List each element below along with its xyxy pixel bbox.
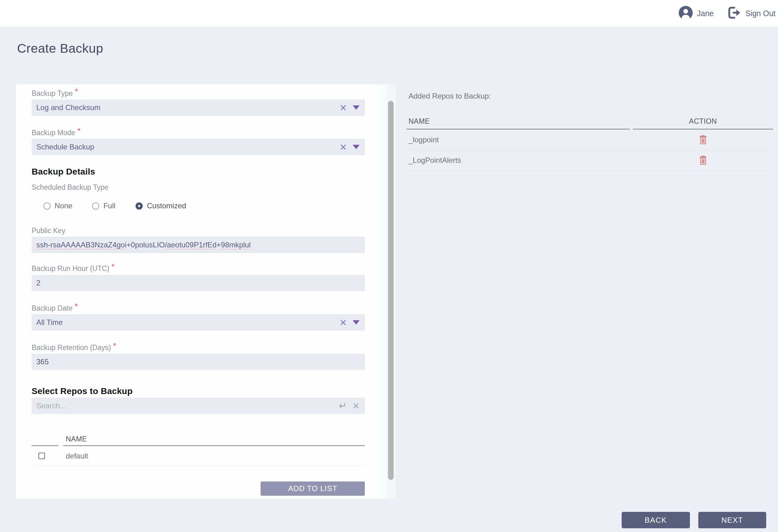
public-key-segment: aeotu09P1rfEd bbox=[167, 241, 217, 249]
top-header-bar: Jane Sign Out bbox=[0, 0, 778, 27]
repo-checkbox[interactable] bbox=[38, 453, 45, 459]
page-title: Create Backup bbox=[17, 41, 103, 56]
added-repo-name: _logpoint bbox=[406, 136, 630, 144]
backup-date-value: All Time bbox=[36, 318, 63, 327]
backup-mode-dropdown[interactable]: Schedule Backup × bbox=[32, 139, 365, 155]
public-key-segment: +0polusLIO/ bbox=[127, 241, 167, 249]
required-asterisk: * bbox=[78, 126, 81, 135]
radio-label: None bbox=[55, 201, 72, 210]
backup-type-label: Backup Type* bbox=[32, 89, 365, 98]
repo-name: default bbox=[63, 452, 365, 460]
select-repos-heading: Select Repos to Backup bbox=[32, 386, 365, 396]
backup-type-dropdown[interactable]: Log and Checksum × bbox=[32, 99, 365, 116]
required-asterisk: * bbox=[112, 262, 115, 271]
panel-gap bbox=[380, 84, 387, 499]
added-repo-action-cell bbox=[633, 156, 773, 165]
backup-retention-input[interactable] bbox=[36, 357, 360, 366]
select-repos-table-header: NAME bbox=[32, 435, 365, 446]
chevron-down-icon[interactable] bbox=[353, 145, 360, 149]
backup-retention-field bbox=[32, 354, 365, 370]
user-name: Jane bbox=[697, 9, 714, 18]
backup-date-dropdown[interactable]: All Time × bbox=[32, 315, 365, 331]
backup-retention-label: Backup Retention (Days)* bbox=[32, 343, 365, 352]
enter-arrow-icon[interactable]: ↵ bbox=[339, 401, 346, 411]
radio-icon bbox=[92, 202, 99, 209]
backup-mode-value: Schedule Backup bbox=[36, 143, 94, 151]
trash-icon[interactable] bbox=[699, 156, 707, 165]
added-repos-table-header: NAME ACTION bbox=[406, 117, 773, 129]
public-key-segment: 98mkplul bbox=[221, 241, 251, 249]
scheduled-backup-type-radiogroup: NoneFullCustomized bbox=[32, 201, 365, 210]
backup-run-hour-field bbox=[32, 275, 365, 291]
radio-option-customized[interactable]: Customized bbox=[136, 201, 186, 210]
select-repos-table: NAME default bbox=[32, 435, 365, 466]
backup-run-hour-input[interactable] bbox=[36, 279, 360, 287]
sign-out-icon bbox=[728, 7, 741, 20]
public-key-input[interactable]: ssh-rsaAAAAAB3NzaZ4goi+0polusLIO/aeotu09… bbox=[32, 237, 365, 253]
add-to-list-button[interactable]: ADD TO LIST bbox=[260, 481, 365, 496]
repo-search-field: ↵ × bbox=[32, 398, 365, 414]
clear-x-icon[interactable]: × bbox=[339, 103, 347, 112]
backup-date-label: Backup Date* bbox=[32, 303, 365, 313]
added-repo-name: _LogPointAlerts bbox=[406, 156, 630, 165]
added-repo-action-cell bbox=[633, 135, 773, 145]
public-key-segment: ssh-rsaAAAAAB3NzaZ4goi bbox=[36, 241, 127, 249]
clear-x-icon[interactable]: × bbox=[339, 318, 347, 327]
radio-label: Customized bbox=[147, 201, 186, 210]
radio-icon bbox=[136, 202, 143, 209]
added-repos-table-body: _logpoint _LogPointAlerts bbox=[406, 129, 773, 171]
action-column-header: ACTION bbox=[633, 117, 773, 129]
sign-out-label: Sign Out bbox=[746, 9, 776, 18]
backup-type-value: Log and Checksum bbox=[36, 103, 100, 112]
scrollbar-thumb[interactable] bbox=[388, 101, 394, 480]
radio-icon bbox=[44, 202, 51, 209]
added-repos-table: NAME ACTION _logpoint _LogPointAlerts bbox=[406, 117, 773, 171]
added-repo-row: _logpoint bbox=[406, 129, 773, 150]
clear-x-icon[interactable]: × bbox=[339, 142, 347, 152]
required-asterisk: * bbox=[113, 341, 116, 350]
public-key-segment: + bbox=[217, 241, 221, 249]
user-menu[interactable]: Jane bbox=[679, 6, 714, 21]
repo-row: default bbox=[32, 446, 365, 466]
repo-search-input[interactable] bbox=[36, 402, 339, 410]
added-repos-panel: Added Repos to Backup: NAME ACTION _logp… bbox=[406, 92, 773, 171]
radio-label: Full bbox=[103, 201, 115, 210]
backup-details-heading: Backup Details bbox=[32, 167, 365, 177]
public-key-label: Public Key bbox=[32, 226, 365, 235]
radio-option-full[interactable]: Full bbox=[92, 201, 116, 210]
added-repo-row: _LogPointAlerts bbox=[406, 150, 773, 171]
name-column-header: NAME bbox=[63, 435, 365, 446]
backup-run-hour-label: Backup Run Hour (UTC)* bbox=[32, 264, 365, 273]
public-key-value: ssh-rsaAAAAAB3NzaZ4goi+0polusLIO/aeotu09… bbox=[36, 241, 251, 249]
backup-mode-label: Backup Mode* bbox=[32, 128, 365, 137]
name-column-header: NAME bbox=[406, 117, 630, 129]
create-backup-form-panel: Backup Type* Log and Checksum × Backup M… bbox=[16, 84, 380, 499]
user-avatar-icon bbox=[679, 6, 693, 21]
back-button[interactable]: BACK bbox=[622, 512, 690, 528]
required-asterisk: * bbox=[75, 87, 78, 96]
next-button[interactable]: NEXT bbox=[698, 512, 766, 528]
required-asterisk: * bbox=[75, 302, 78, 311]
repo-checkbox-cell bbox=[32, 453, 58, 459]
chevron-down-icon[interactable] bbox=[353, 320, 360, 325]
select-repos-table-body: default bbox=[32, 446, 365, 466]
clear-x-icon[interactable]: × bbox=[353, 402, 360, 410]
chevron-down-icon[interactable] bbox=[353, 105, 360, 110]
checkbox-column-header bbox=[32, 435, 58, 446]
sign-out-button[interactable]: Sign Out bbox=[728, 7, 776, 20]
added-repos-title: Added Repos to Backup: bbox=[406, 92, 773, 100]
scheduled-backup-type-label: Scheduled Backup Type bbox=[32, 183, 365, 192]
trash-icon[interactable] bbox=[699, 135, 707, 145]
radio-option-none[interactable]: None bbox=[44, 201, 72, 210]
